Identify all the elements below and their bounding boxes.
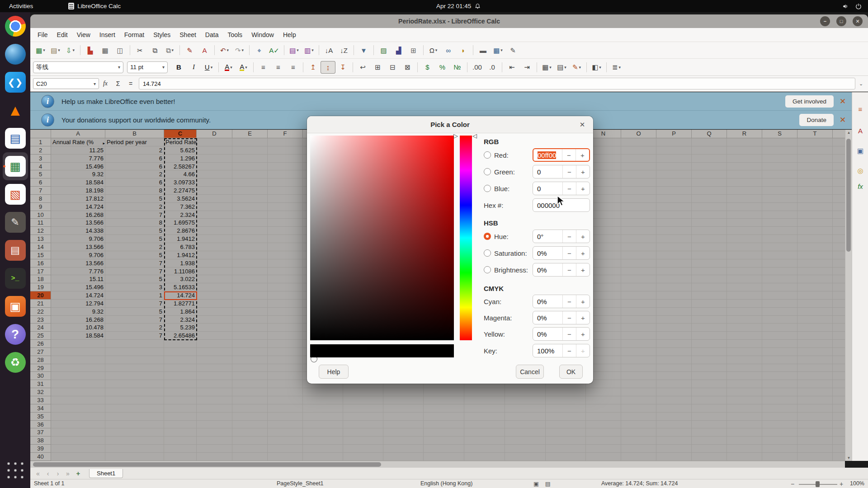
cell-s8[interactable] xyxy=(762,195,797,203)
cell-d30[interactable] xyxy=(197,372,232,380)
cell-b11[interactable]: 8 xyxy=(105,219,164,227)
cell-d21[interactable] xyxy=(197,300,232,308)
cell-j36[interactable] xyxy=(424,421,464,429)
column-header-e[interactable]: E xyxy=(232,130,268,138)
cell-d3[interactable] xyxy=(197,155,232,163)
cell-o6[interactable] xyxy=(621,178,656,187)
cell-e1[interactable] xyxy=(232,138,268,146)
cell-r35[interactable] xyxy=(727,413,762,421)
cell-c5[interactable]: 4.66 xyxy=(164,170,197,178)
cell-q28[interactable] xyxy=(692,356,727,364)
cell-l37[interactable] xyxy=(505,428,546,436)
key-value[interactable]: 100% xyxy=(533,344,562,357)
cell-p27[interactable] xyxy=(656,348,692,356)
cell-b15[interactable]: 5 xyxy=(105,251,164,259)
cell-o21[interactable] xyxy=(621,300,656,308)
cell-o17[interactable] xyxy=(621,267,656,276)
cell-q5[interactable] xyxy=(692,170,727,178)
row-header-30[interactable]: 30 xyxy=(30,372,51,380)
cell-b22[interactable]: 5 xyxy=(105,308,164,316)
cell-s12[interactable] xyxy=(762,227,797,235)
cell-t21[interactable] xyxy=(797,300,833,308)
border-color-icon[interactable]: ✎▾ xyxy=(569,61,584,74)
cell-d2[interactable] xyxy=(197,146,232,155)
cell-f28[interactable] xyxy=(268,356,303,364)
cell-q40[interactable] xyxy=(692,453,727,461)
row-header-1[interactable]: 1 xyxy=(30,138,51,146)
cell-b2[interactable]: 2 xyxy=(105,146,164,155)
cell-s39[interactable] xyxy=(762,445,797,453)
cell-q25[interactable] xyxy=(692,332,727,340)
yellow-increment[interactable]: + xyxy=(576,328,590,340)
row-header-37[interactable]: 37 xyxy=(30,428,51,436)
sheet-tab-sheet1[interactable]: Sheet1 xyxy=(89,469,123,478)
row-header-21[interactable]: 21 xyxy=(30,300,51,308)
yellow-value[interactable]: 0% xyxy=(533,328,562,340)
cell-l34[interactable] xyxy=(505,404,546,413)
cell-u34[interactable] xyxy=(833,404,845,413)
green-radio[interactable] xyxy=(484,168,491,175)
cell-i35[interactable] xyxy=(383,413,424,421)
cell-t17[interactable] xyxy=(797,267,833,276)
cell-t28[interactable] xyxy=(797,356,833,364)
row-header-31[interactable]: 31 xyxy=(30,380,51,388)
cell-u26[interactable] xyxy=(833,340,845,348)
cell-q19[interactable] xyxy=(692,283,727,291)
cell-h32[interactable] xyxy=(343,388,383,396)
cell-s23[interactable] xyxy=(762,316,797,324)
cell-d6[interactable] xyxy=(197,178,232,187)
find-replace-icon[interactable]: ⌖ xyxy=(252,44,267,56)
cell-o13[interactable] xyxy=(621,235,656,243)
cell-s4[interactable] xyxy=(762,163,797,171)
cell-r8[interactable] xyxy=(727,195,762,203)
cell-o4[interactable] xyxy=(621,163,656,171)
row-header-19[interactable]: 19 xyxy=(30,283,51,291)
cell-d4[interactable] xyxy=(197,163,232,171)
cell-q14[interactable] xyxy=(692,243,727,251)
cell-o23[interactable] xyxy=(621,316,656,324)
cell-s25[interactable] xyxy=(762,332,797,340)
functions-icon[interactable]: fx xyxy=(852,180,868,192)
cell-t34[interactable] xyxy=(797,404,833,413)
maximize-button[interactable]: □ xyxy=(836,16,846,26)
cell-t36[interactable] xyxy=(797,421,833,429)
border-style-icon[interactable]: ▤▾ xyxy=(554,61,569,74)
cell-q30[interactable] xyxy=(692,372,727,380)
cell-f26[interactable] xyxy=(268,340,303,348)
currency-icon[interactable]: $ xyxy=(420,61,435,74)
cell-i32[interactable] xyxy=(383,388,424,396)
cell-e15[interactable] xyxy=(232,251,268,259)
cell-s28[interactable] xyxy=(762,356,797,364)
column-header-b[interactable]: B xyxy=(105,130,164,138)
cell-b10[interactable]: 7 xyxy=(105,211,164,219)
cell-f30[interactable] xyxy=(268,372,303,380)
cell-u11[interactable] xyxy=(833,219,845,227)
cell-q7[interactable] xyxy=(692,187,727,195)
export-pdf-icon[interactable]: ▙ xyxy=(83,44,98,56)
cell-p31[interactable] xyxy=(656,380,692,388)
cell-m39[interactable] xyxy=(546,445,586,453)
last-sheet-icon[interactable]: » xyxy=(63,470,73,477)
cell-u39[interactable] xyxy=(833,445,845,453)
menu-edit[interactable]: Edit xyxy=(52,29,72,40)
insert-image-icon[interactable]: ▨ xyxy=(376,44,391,56)
cell-r29[interactable] xyxy=(727,364,762,372)
key-decrement[interactable]: − xyxy=(562,344,576,357)
cell-f29[interactable] xyxy=(268,364,303,372)
cell-i37[interactable] xyxy=(383,428,424,436)
cell-r11[interactable] xyxy=(727,219,762,227)
cell-o25[interactable] xyxy=(621,332,656,340)
cell-u3[interactable] xyxy=(833,155,845,163)
cell-h37[interactable] xyxy=(343,428,383,436)
cell-u2[interactable] xyxy=(833,146,845,155)
cell-g39[interactable] xyxy=(303,445,343,453)
menu-sheet[interactable]: Sheet xyxy=(175,29,201,40)
insert-chart-icon[interactable]: ▟ xyxy=(391,44,406,56)
cell-b18[interactable]: 5 xyxy=(105,275,164,283)
cell-r23[interactable] xyxy=(727,316,762,324)
cell-o30[interactable] xyxy=(621,372,656,380)
cell-t6[interactable] xyxy=(797,178,833,187)
impress-icon[interactable]: ▧ xyxy=(3,180,28,208)
cell-c14[interactable]: 6.783 xyxy=(164,243,197,251)
open-icon[interactable]: ▤▾ xyxy=(48,44,63,56)
